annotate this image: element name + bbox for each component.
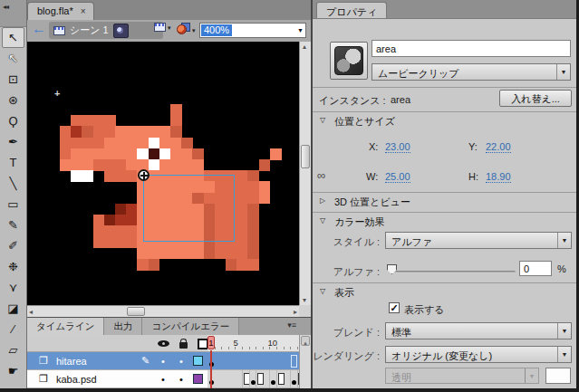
tool-deco-spray[interactable]: ❉: [2, 256, 24, 277]
x-value[interactable]: 23.00: [385, 141, 410, 153]
tab-output[interactable]: 出力: [104, 318, 142, 335]
text-icon: T: [10, 156, 17, 169]
eraser-icon: ▱: [9, 343, 18, 357]
tool-lasso[interactable]: Ϙ: [2, 110, 24, 131]
w-value[interactable]: 25.00: [385, 171, 410, 183]
transform-point-icon[interactable]: [138, 169, 150, 181]
layer-name-cell[interactable]: ❐ kaba.psd • •: [27, 370, 207, 388]
visibility-dot-icon[interactable]: •: [161, 356, 165, 367]
alpha-value-field[interactable]: 0: [519, 261, 552, 276]
close-icon[interactable]: ×: [81, 6, 86, 16]
tool-rectangle[interactable]: ▭: [2, 194, 24, 215]
stage-vertical-scrollbar[interactable]: ▴ ▾: [299, 42, 311, 305]
timeline-scrollbar[interactable]: ▴: [299, 335, 311, 392]
tab-properties[interactable]: プロパティ: [316, 2, 387, 18]
scroll-down-icon[interactable]: ▾: [303, 296, 306, 304]
document-tab[interactable]: blog.fla*×: [27, 2, 94, 20]
panel-menu-icon[interactable]: ▾≡: [287, 320, 296, 330]
layer-outline-color-swatch[interactable]: [193, 374, 203, 384]
keyframe-dot[interactable]: [251, 380, 256, 385]
alpha-slider-track[interactable]: [392, 271, 516, 273]
visibility-dot-icon[interactable]: •: [161, 374, 165, 385]
tool-subselection[interactable]: ↖: [2, 48, 24, 69]
symbol-type-button[interactable]: [330, 42, 368, 80]
tool-3d-rotation[interactable]: ⊛: [2, 90, 24, 110]
visible-checkbox[interactable]: ✓: [389, 302, 400, 313]
layer-row-hitarea[interactable]: ❐ hitarea ✎ • •: [27, 352, 299, 370]
back-button[interactable]: ←: [32, 21, 46, 37]
layer-row-kaba[interactable]: ❐ kaba.psd • •: [27, 370, 299, 388]
pixel-cell: [247, 215, 259, 226]
section-3d-position[interactable]: ▷ 3D 位置とビュー: [313, 192, 576, 210]
tool-text[interactable]: T: [2, 152, 24, 173]
scroll-up-icon[interactable]: ▴: [301, 336, 310, 346]
layer-frames-hitarea[interactable]: [207, 352, 299, 370]
background-color-swatch[interactable]: [545, 368, 571, 384]
layer-name[interactable]: kaba.psd: [56, 374, 97, 385]
tool-brush[interactable]: ✐: [2, 235, 24, 256]
tool-eyedropper[interactable]: ∕: [2, 319, 24, 339]
instance-name-input[interactable]: [372, 40, 571, 57]
frame-span-end[interactable]: [291, 355, 297, 368]
dropdown-arrow-icon[interactable]: ▼: [297, 27, 304, 33]
scene-icon[interactable]: [53, 26, 65, 35]
playhead-line[interactable]: [210, 350, 212, 390]
lock-dot-icon[interactable]: •: [179, 374, 183, 385]
ruler-tick: [235, 347, 236, 349]
tool-pencil[interactable]: ✎: [2, 215, 24, 235]
edit-scene-button[interactable]: ▾: [154, 23, 171, 32]
render-dropdown[interactable]: オリジナル (変更なし) ▼: [385, 346, 572, 363]
edit-symbol-button[interactable]: ▾: [177, 23, 196, 34]
tool-selection[interactable]: ↖: [2, 27, 24, 48]
scroll-up-icon[interactable]: ▴: [303, 43, 306, 51]
layer-name[interactable]: hitarea: [56, 356, 87, 367]
hscroll-thumb[interactable]: [127, 307, 145, 316]
layer-name-cell[interactable]: ❐ hitarea ✎ • •: [27, 352, 207, 370]
empty-keyframe-marker[interactable]: [278, 373, 285, 385]
frame-cell-border: [249, 370, 250, 387]
pixel-cell: [247, 170, 259, 182]
keyframe-dot[interactable]: [292, 380, 296, 385]
scene-breadcrumb[interactable]: シーン 1: [70, 24, 109, 37]
h-value[interactable]: 18.90: [486, 171, 511, 183]
section-display[interactable]: ▽ 表示: [313, 282, 576, 301]
section-position-size[interactable]: ▽ 位置とサイズ: [313, 111, 576, 129]
y-value[interactable]: 22.00: [486, 141, 511, 153]
frame-ruler[interactable]: 1510: [207, 335, 299, 352]
panel-collapse-header[interactable]: ◂◂: [0, 0, 26, 27]
section-color-effect[interactable]: ▽ カラー効果: [313, 212, 576, 230]
tab-timeline[interactable]: タイムライン: [27, 318, 104, 335]
empty-keyframe-marker[interactable]: [257, 373, 264, 385]
pixel-cell: [126, 159, 138, 171]
symbol-type-dropdown[interactable]: ムービークリップ ▼: [372, 63, 571, 81]
scroll-right-icon[interactable]: ▸: [294, 308, 297, 316]
vscroll-thumb[interactable]: [301, 145, 310, 168]
swap-button[interactable]: 入れ替え...: [499, 90, 572, 107]
lock-dot-icon[interactable]: •: [179, 356, 183, 367]
timeline-panel: タイムライン 出力 コンパイルエラー ▾≡ 1510 ❐ hitarea ✎ •…: [27, 317, 311, 392]
tool-paint-bucket[interactable]: ◪: [2, 298, 24, 319]
scroll-left-icon[interactable]: ◂: [29, 308, 33, 316]
stage-horizontal-scrollbar[interactable]: ◂ ▸: [27, 305, 299, 317]
selection-rectangle[interactable]: [143, 175, 235, 242]
tool-pen[interactable]: ✒: [2, 131, 24, 152]
blend-dropdown[interactable]: 標準 ▼: [385, 322, 572, 339]
lock-icon[interactable]: [179, 342, 188, 349]
tool-eraser[interactable]: ▱: [2, 339, 24, 360]
layer-outline-color-swatch[interactable]: [193, 356, 203, 366]
tool-hand[interactable]: ☛: [2, 360, 24, 381]
style-dropdown[interactable]: アルファ ▼: [385, 232, 572, 249]
ruler-tick: [228, 347, 229, 349]
tool-bone[interactable]: ⋎: [2, 277, 24, 298]
movieclip-symbol-icon[interactable]: [113, 24, 129, 38]
pixel-cell: [204, 248, 216, 260]
tool-free-transform[interactable]: ⊡: [2, 69, 24, 90]
zoom-combobox[interactable]: 400% ▼: [199, 23, 306, 38]
link-wh-icon[interactable]: ∞: [317, 168, 325, 182]
tool-line[interactable]: ╲: [2, 173, 24, 194]
tab-compile-errors[interactable]: コンパイルエラー: [142, 318, 239, 335]
stage-canvas[interactable]: +: [27, 42, 299, 305]
keyframe-dot[interactable]: [271, 380, 275, 385]
layer-frames-kaba[interactable]: [207, 370, 299, 388]
show-hide-icon[interactable]: [158, 340, 169, 347]
